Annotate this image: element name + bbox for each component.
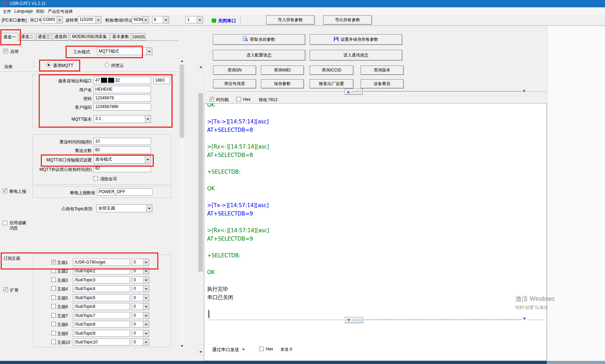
topic-2-qos-select[interactable]: 0 bbox=[132, 267, 149, 274]
com-port-select[interactable]: COM3 bbox=[41, 16, 63, 23]
import-params-button[interactable]: 导入所有参数 bbox=[266, 15, 315, 24]
save-params-button[interactable]: 保存参数 bbox=[261, 79, 304, 88]
topic-10-checkbox[interactable] bbox=[51, 340, 56, 344]
chevron-down-icon[interactable] bbox=[143, 303, 149, 310]
menu-item-2[interactable]: Language bbox=[14, 9, 33, 14]
server-port-input[interactable]: 1883 bbox=[153, 77, 170, 84]
extend-checkbox[interactable] bbox=[3, 287, 8, 292]
query-signal-button[interactable]: 查信号强度 bbox=[213, 79, 256, 88]
topic-5-qos-select[interactable]: 0 bbox=[132, 294, 149, 301]
timestamp-checkbox[interactable] bbox=[210, 97, 214, 101]
heartbeat-topic-select[interactable]: 全部主题 bbox=[97, 204, 152, 212]
scroll-down-icon[interactable] bbox=[181, 345, 183, 347]
receive-log[interactable]: OK >[Tx->][14:57:14][asc]AT+SELECTDB=8 >… bbox=[204, 103, 547, 361]
chevron-down-icon[interactable] bbox=[163, 16, 169, 23]
hex-send-checkbox[interactable] bbox=[259, 347, 264, 351]
mqtt-version-select[interactable]: 3.1 bbox=[93, 115, 151, 123]
tab-4[interactable]: 通道四 bbox=[53, 33, 69, 40]
scrollbar-thumb[interactable] bbox=[180, 65, 184, 138]
client-id-input[interactable]: 1234567890 bbox=[93, 103, 151, 111]
scroll-up-icon[interactable] bbox=[199, 66, 202, 68]
clean-session-checkbox[interactable] bbox=[93, 176, 98, 181]
topic-7-input[interactable]: /SubTopic7 bbox=[73, 312, 130, 319]
password-input[interactable]: 12345678 bbox=[93, 94, 151, 102]
transfer-mode-select[interactable]: 透传模式 bbox=[93, 156, 151, 164]
generic-mqtt-radio[interactable] bbox=[46, 63, 51, 67]
topic-1-checkbox[interactable] bbox=[51, 260, 56, 264]
work-mode-select[interactable]: MQTT模式 bbox=[97, 47, 152, 55]
topic-6-checkbox[interactable] bbox=[51, 304, 56, 309]
topic-6-input[interactable]: /SubTopic6 bbox=[73, 303, 130, 310]
enable-checkbox[interactable] bbox=[3, 49, 8, 53]
log-scrollbar[interactable] bbox=[197, 64, 204, 355]
username-input[interactable]: HEHEHE bbox=[93, 86, 151, 93]
reboot-button[interactable]: 设备重启 bbox=[361, 79, 403, 88]
topic-6-qos-select[interactable]: 0 bbox=[132, 303, 149, 310]
topic-9-input[interactable]: /SubTopic9 bbox=[73, 330, 130, 337]
topic-10-input[interactable]: /SubTopic10 bbox=[73, 339, 130, 346]
topic-5-checkbox[interactable] bbox=[51, 295, 56, 300]
aliyun-radio[interactable] bbox=[105, 63, 109, 67]
topic-3-input[interactable]: /SubTopic3 bbox=[73, 276, 130, 283]
databits-select[interactable]: 8 bbox=[152, 16, 169, 23]
left-panel-scrollbar[interactable] bbox=[179, 58, 185, 350]
poweroff-data-input[interactable]: POWER_OFF bbox=[97, 188, 152, 196]
baud-select[interactable]: 115200 bbox=[78, 16, 101, 23]
keepalive-input[interactable]: 60 bbox=[93, 165, 151, 172]
chevron-down-icon[interactable] bbox=[143, 295, 149, 301]
enter-config-button[interactable]: 进入配置状态 bbox=[213, 50, 305, 60]
scroll-up-icon[interactable] bbox=[181, 60, 183, 62]
menu-item-3[interactable]: 帮助 bbox=[36, 9, 44, 15]
reconnect-times-input[interactable]: 60 bbox=[93, 146, 151, 154]
menu-item-1[interactable]: 文件 bbox=[3, 9, 11, 15]
get-params-button[interactable]: 获取当前参数 bbox=[213, 34, 305, 45]
topic-7-qos-select[interactable]: 0 bbox=[132, 312, 149, 319]
query-version-button[interactable]: 查询版本 bbox=[361, 66, 403, 75]
trackbar-top-thumb[interactable] bbox=[345, 89, 363, 94]
hex-recv-checkbox[interactable] bbox=[236, 97, 241, 101]
stopbits-select[interactable]: 1 bbox=[186, 16, 203, 23]
chevron-down-icon[interactable] bbox=[143, 268, 149, 274]
topic-2-input[interactable]: /SubTopic2 bbox=[73, 267, 130, 274]
topic-7-checkbox[interactable] bbox=[51, 313, 56, 318]
tab-7[interactable]: GNSS bbox=[132, 33, 146, 40]
menu-item-4[interactable]: 产品型号选择 bbox=[48, 9, 73, 15]
chevron-down-icon[interactable] bbox=[145, 156, 151, 163]
tab-3[interactable]: 通道三 bbox=[36, 33, 52, 40]
query-sn-button[interactable]: 查询SN bbox=[213, 66, 256, 75]
topic-3-checkbox[interactable] bbox=[51, 278, 56, 282]
export-params-button[interactable]: 导出所有参数 bbox=[323, 15, 372, 24]
topic-4-checkbox[interactable] bbox=[51, 286, 56, 291]
chevron-down-icon[interactable] bbox=[143, 339, 149, 345]
chevron-down-icon[interactable] bbox=[143, 312, 149, 319]
send-via-serial-button[interactable]: 通过串口发送 bbox=[212, 347, 239, 353]
tab-6[interactable]: 基本参数 bbox=[110, 33, 131, 40]
chevron-down-icon[interactable] bbox=[143, 286, 149, 292]
close-port-button[interactable]: 关闭串口 bbox=[218, 18, 236, 24]
parity-select[interactable]: NONI bbox=[132, 16, 149, 23]
tab-2[interactable]: 通道二 bbox=[19, 33, 35, 40]
chevron-down-icon[interactable] bbox=[143, 277, 149, 283]
chevron-down-icon[interactable] bbox=[143, 321, 149, 327]
topic-5-input[interactable]: /SubTopic5 bbox=[73, 294, 130, 301]
trackbar-bottom-thumb[interactable] bbox=[345, 317, 363, 323]
chevron-down-icon[interactable] bbox=[143, 259, 149, 265]
chevron-down-icon[interactable] bbox=[95, 16, 101, 23]
scroll-down-icon[interactable] bbox=[199, 351, 202, 353]
topic-8-input[interactable]: /SubTopic8 bbox=[73, 321, 130, 328]
chevron-down-icon[interactable] bbox=[143, 330, 149, 336]
topic-8-checkbox[interactable] bbox=[51, 322, 56, 326]
enter-comm-button[interactable]: 进入通讯状态 bbox=[310, 50, 402, 60]
topic-8-qos-select[interactable]: 0 bbox=[132, 321, 149, 328]
topic-1-input[interactable]: /USR-G780s/get bbox=[73, 259, 130, 266]
factory-reset-button[interactable]: 恢复出厂设置 bbox=[310, 79, 353, 88]
chevron-down-icon[interactable] bbox=[56, 16, 62, 23]
chevron-down-icon[interactable] bbox=[143, 16, 149, 23]
topic-3-qos-select[interactable]: 0 bbox=[132, 276, 149, 283]
topic-10-qos-select[interactable]: 0 bbox=[132, 339, 149, 346]
chevron-down-icon[interactable] bbox=[146, 48, 152, 55]
poweroff-checkbox[interactable] bbox=[3, 189, 7, 193]
topic-2-checkbox[interactable] bbox=[51, 268, 56, 273]
topic-4-qos-select[interactable]: 0 bbox=[132, 285, 149, 292]
topic-9-qos-select[interactable]: 0 bbox=[132, 330, 149, 337]
